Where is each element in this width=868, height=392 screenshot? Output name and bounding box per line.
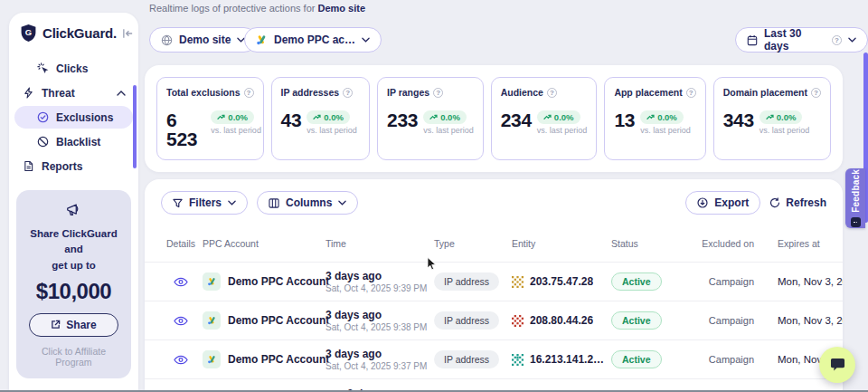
- entity-identicon: [512, 315, 524, 327]
- stat-label: IP addresses: [281, 87, 340, 98]
- stat-value: 233: [387, 110, 418, 129]
- sidebar-item-label: Threat: [42, 87, 75, 100]
- col-header-expires-at[interactable]: Expires at: [754, 238, 835, 251]
- col-header-type[interactable]: Type: [434, 238, 512, 251]
- sidebar-item-reports[interactable]: Reports: [14, 155, 133, 177]
- stat-delta: 0.0%: [554, 112, 574, 122]
- ppc-account-selector[interactable]: Demo PPC ac…: [244, 27, 382, 53]
- help-icon[interactable]: ?: [343, 88, 353, 98]
- time-absolute: Sat, Oct 4, 2025 9:38 PM: [326, 322, 434, 332]
- time-absolute: Sat, Oct 4, 2025 9:37 PM: [326, 361, 434, 371]
- trend-up-icon: [543, 114, 552, 120]
- sidebar-scrollbar[interactable]: [133, 85, 137, 168]
- col-header-details[interactable]: Details: [166, 238, 203, 251]
- col-header-ppc-account[interactable]: PPC Account: [203, 238, 326, 251]
- time-cell: 3 days ago Sat, Oct 4, 2025 9:38 PM: [326, 309, 434, 332]
- ban-icon: [36, 136, 49, 148]
- ppc-selector-value: Demo PPC ac…: [274, 33, 355, 46]
- affiliate-promo-card[interactable]: Share ClickGuard and get up to $10,000 S…: [16, 190, 131, 378]
- sidebar-item-blacklist[interactable]: Blacklist: [14, 130, 133, 153]
- columns-icon: [269, 198, 279, 208]
- ppc-account-name: Demo PPC Account: [228, 353, 329, 366]
- feedback-smiley-icon: [851, 217, 861, 227]
- refresh-button[interactable]: Refresh: [769, 196, 826, 209]
- entity-value: 16.213.141.2…: [530, 353, 604, 366]
- columns-button[interactable]: Columns: [257, 191, 358, 215]
- refresh-icon: [769, 197, 780, 208]
- exclusions-log-panel: Filters Columns Export Refresh Details P…: [145, 179, 843, 392]
- stat-value: 234: [501, 110, 532, 129]
- col-header-entity[interactable]: Entity: [512, 238, 611, 251]
- logo: G ClickGuard.: [9, 13, 138, 52]
- chat-widget-button[interactable]: [819, 347, 855, 383]
- entity-cell: 208.80.44.26: [512, 314, 611, 327]
- google-ads-icon: [203, 311, 221, 330]
- stat-caption: vs. last period: [537, 126, 588, 135]
- table-row[interactable]: Demo PPC Account 3 days ago Sat, Oct 4, …: [145, 301, 843, 339]
- help-icon[interactable]: ?: [811, 88, 821, 98]
- help-icon[interactable]: ?: [244, 88, 254, 98]
- export-button[interactable]: Export: [685, 191, 760, 215]
- sidebar-nav: Clicks Threat Exclusions Blacklist: [9, 52, 138, 177]
- collapse-sidebar-icon[interactable]: [122, 28, 134, 39]
- status-cell: Active: [611, 272, 700, 291]
- svg-text:G: G: [25, 27, 32, 37]
- table-row[interactable]: Demo PPC Account 3 days ago Sat, Oct 4, …: [145, 262, 843, 301]
- type-badge: IP address: [434, 311, 499, 330]
- filters-button[interactable]: Filters: [161, 191, 248, 215]
- megaphone-icon: [65, 203, 83, 217]
- entity-identicon: [512, 354, 524, 366]
- help-icon[interactable]: ?: [433, 88, 443, 98]
- chevron-down-icon: [362, 37, 370, 43]
- stat-card-ip-addresses: IP addresses? 43 0.0% vs. last period: [271, 77, 371, 160]
- time-absolute: Sat, Oct 4, 2025 9:39 PM: [326, 283, 434, 293]
- columns-label: Columns: [286, 196, 332, 209]
- stat-card-app-placement: App placement? 13 0.0% vs. last period: [604, 77, 705, 160]
- subtitle-site-name: Demo site: [317, 3, 365, 14]
- help-icon[interactable]: ?: [686, 88, 696, 98]
- google-ads-icon: [256, 34, 268, 45]
- time-relative: 3 days ago: [326, 309, 434, 321]
- stat-caption: vs. last period: [760, 126, 810, 135]
- stat-value: 343: [723, 110, 754, 129]
- expires-at-cell: Mon, Nov 3, 2025: [754, 315, 835, 326]
- site-selector-value: Demo site: [179, 33, 231, 46]
- col-header-time[interactable]: Time: [326, 238, 434, 251]
- stat-delta: 0.0%: [324, 112, 344, 122]
- share-button-label: Share: [66, 319, 96, 331]
- site-selector[interactable]: Demo site: [149, 27, 257, 53]
- type-badge: IP address: [434, 272, 499, 291]
- stat-caption: vs. last period: [307, 126, 357, 135]
- excluded-on-cell: Campaign: [700, 354, 754, 365]
- sidebar-item-exclusions[interactable]: Exclusions: [14, 106, 133, 129]
- calendar-icon: [747, 34, 758, 46]
- status-cell: Active: [611, 311, 700, 330]
- ppc-account-cell: Demo PPC Account: [203, 272, 326, 291]
- help-icon[interactable]: ?: [547, 88, 557, 98]
- entity-cell: 203.75.47.28: [512, 275, 611, 288]
- date-range-selector[interactable]: Last 30 days ?: [735, 27, 868, 53]
- trend-up-icon: [429, 114, 438, 120]
- stat-caption: vs. last period: [640, 126, 691, 135]
- expires-at-cell: Mon, Nov 3, 2025: [754, 276, 835, 287]
- feedback-tab[interactable]: Feedback: [845, 168, 865, 228]
- status-badge: Active: [611, 272, 662, 291]
- sidebar-item-threat[interactable]: Threat: [14, 81, 133, 104]
- sidebar-item-clicks[interactable]: Clicks: [14, 57, 133, 80]
- col-header-status[interactable]: Status: [611, 238, 700, 251]
- table-row[interactable]: Demo PPC Account 3 days ago Sat, Oct 4, …: [145, 339, 843, 378]
- col-header-excluded-on[interactable]: Excluded on: [700, 238, 754, 251]
- view-details-eye-icon[interactable]: [174, 355, 188, 365]
- ppc-account-cell: Demo PPC Account: [203, 350, 326, 368]
- stat-delta: 0.0%: [440, 112, 460, 122]
- lightning-icon: [22, 87, 34, 99]
- status-cell: Active: [611, 350, 700, 368]
- view-details-eye-icon[interactable]: [174, 316, 188, 326]
- share-button[interactable]: Share: [29, 313, 118, 337]
- excluded-on-cell: Campaign: [700, 276, 754, 287]
- view-details-eye-icon[interactable]: [174, 277, 188, 287]
- stat-delta: 0.0%: [228, 112, 248, 122]
- logo-text: ClickGuard.: [42, 25, 117, 41]
- trend-up-icon: [217, 114, 225, 120]
- chat-bubble-icon: [829, 358, 846, 372]
